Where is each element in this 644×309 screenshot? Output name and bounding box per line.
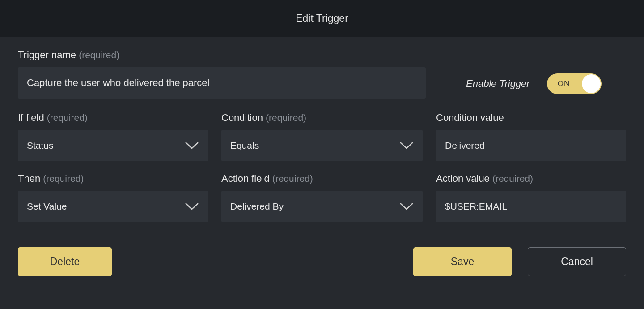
enable-trigger-label: Enable Trigger: [466, 78, 530, 90]
action-value-input[interactable]: $USER:EMAIL: [436, 191, 626, 222]
label-text: Then: [18, 173, 40, 184]
if-field-label: If field (required): [18, 112, 208, 124]
action-field-block: Action field (required) Delivered By: [221, 173, 423, 222]
action-value-block: Action value (required) $USER:EMAIL: [436, 173, 626, 222]
action-value-label: Action value (required): [436, 173, 626, 185]
condition-value-label: Condition value: [436, 112, 626, 124]
chevron-down-icon: [185, 202, 199, 211]
condition-label: Condition (required): [221, 112, 423, 124]
chevron-down-icon: [399, 141, 414, 150]
trigger-fields-grid: If field (required) Status Condition (re…: [18, 112, 626, 222]
trigger-name-label: Trigger name (required): [18, 49, 426, 61]
modal-body: Trigger name (required) Enable Trigger O…: [0, 37, 644, 292]
required-text: (required): [266, 112, 306, 123]
action-field-select[interactable]: Delivered By: [221, 191, 423, 222]
modal-header: Edit Trigger: [0, 0, 644, 37]
input-value: $USER:EMAIL: [445, 201, 507, 212]
enable-trigger-toggle[interactable]: ON: [547, 73, 602, 94]
required-text: (required): [79, 50, 119, 60]
select-value: Delivered By: [230, 201, 399, 212]
chevron-down-icon: [399, 202, 414, 211]
cancel-button[interactable]: Cancel: [528, 247, 626, 276]
trigger-name-block: Trigger name (required): [18, 49, 426, 99]
delete-button[interactable]: Delete: [18, 247, 112, 276]
label-text: Condition: [221, 112, 263, 123]
select-value: Status: [27, 140, 185, 151]
modal-footer: Delete Save Cancel: [18, 247, 626, 276]
required-text: (required): [43, 173, 84, 184]
toggle-state-text: ON: [558, 79, 570, 88]
then-select[interactable]: Set Value: [18, 191, 208, 222]
toggle-knob: [582, 74, 601, 93]
required-text: (required): [272, 173, 313, 184]
label-text: If field: [18, 112, 44, 123]
condition-value-input[interactable]: Delivered: [436, 130, 626, 161]
input-value: Delivered: [445, 140, 485, 151]
modal-title: Edit Trigger: [296, 13, 348, 25]
label-text: Action field: [221, 173, 270, 184]
condition-select[interactable]: Equals: [221, 130, 423, 161]
action-field-label: Action field (required): [221, 173, 423, 185]
label-text: Trigger name: [18, 49, 76, 60]
label-text: Action value: [436, 173, 490, 184]
chevron-down-icon: [185, 141, 199, 150]
label-text: Condition value: [436, 112, 504, 123]
save-button[interactable]: Save: [413, 247, 512, 276]
if-field-block: If field (required) Status: [18, 112, 208, 161]
if-field-select[interactable]: Status: [18, 130, 208, 161]
then-label: Then (required): [18, 173, 208, 185]
condition-block: Condition (required) Equals: [221, 112, 423, 161]
trigger-name-input[interactable]: [18, 67, 426, 99]
required-text: (required): [492, 173, 533, 184]
select-value: Set Value: [27, 201, 185, 212]
condition-value-block: Condition value Delivered: [436, 112, 626, 161]
then-block: Then (required) Set Value: [18, 173, 208, 222]
required-text: (required): [47, 112, 88, 123]
select-value: Equals: [230, 140, 399, 151]
enable-trigger-block: Enable Trigger ON: [466, 49, 602, 94]
edit-trigger-modal: Edit Trigger Trigger name (required) Ena…: [0, 0, 644, 309]
row-trigger-name: Trigger name (required) Enable Trigger O…: [18, 49, 626, 99]
